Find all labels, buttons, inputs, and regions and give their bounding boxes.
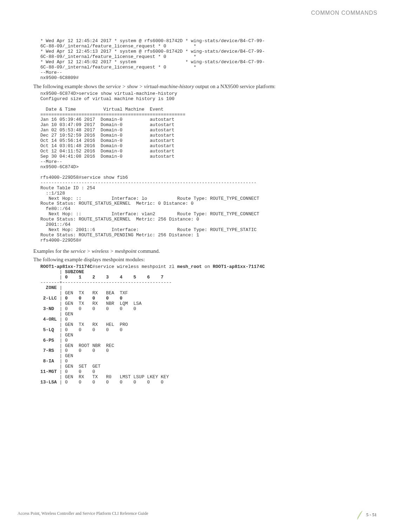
b3-l17b: 7-RS: [43, 348, 54, 353]
b3-l15b: 6-PS: [43, 338, 54, 343]
b3-l7a: [40, 296, 43, 301]
b3-l10: | GEN: [40, 311, 73, 317]
b3-l14: | GEN: [40, 333, 73, 338]
b3-l11b: 4-ORL: [43, 317, 57, 322]
b3-l23c: | 0 0 0 0 0 0 0 0: [57, 380, 163, 385]
b3-l19b: 8-IA: [43, 359, 54, 364]
code-block-3: ROOT1-ap81xx-71174C#service wireless mes…: [40, 264, 377, 385]
b3-l22: | GEN RX TX R0 LMST LSUP LKEY KEY: [40, 374, 169, 380]
b3-l13b: 5-LQ: [43, 327, 54, 333]
para2-emphasis: service > wireless > meshpoint: [71, 248, 136, 254]
page-footer: Access Point, Wireless Controller and Se…: [18, 511, 377, 521]
code-block-2: nx9500-6C874D>service show virtual-machi…: [40, 91, 377, 243]
page-badge: 5 - 51: [346, 511, 377, 520]
b3-l20: | GEN SET GET: [40, 364, 101, 369]
b3-l3a: |: [40, 275, 65, 280]
b3-l7b: 2-LLC: [43, 296, 57, 301]
b3-l9b: 3-ND: [43, 306, 54, 311]
b3-l15c: | 0: [54, 338, 68, 343]
b3-l13c: | 0 0 0 0 0: [54, 327, 122, 333]
b3-l2b: SUBZONE: [65, 269, 84, 275]
b3-l16: | GEN ROOT NBR REC: [40, 343, 114, 348]
b3-b1: mesh_root: [177, 264, 202, 269]
b3-l15a: [40, 338, 43, 343]
para2-before: Examples for the: [33, 248, 71, 254]
b3-l11c: | 0: [57, 317, 68, 322]
para2-after: command.: [136, 248, 160, 254]
para1-before: The following example shows the: [33, 84, 106, 89]
b3-l21c: | 0 0 0: [57, 369, 95, 374]
main-content: * Wed Apr 12 12:45:24 2017 * system @ rf…: [40, 39, 377, 387]
b3-l11a: [40, 317, 43, 322]
b3-l21b: 11-MGT: [40, 369, 57, 374]
b3-l18: | GEN: [40, 353, 73, 359]
b3-l17a: [40, 348, 43, 353]
b3-l7c: |: [57, 296, 65, 301]
b3-l19a: [40, 359, 43, 364]
paragraph-3: The following example displays meshpoint…: [33, 256, 377, 263]
b3-l19c: | 0: [54, 359, 68, 364]
code-block-1: * Wed Apr 12 12:45:24 2017 * system @ rf…: [40, 39, 377, 81]
b3-l5a: [40, 285, 46, 290]
b3-l23b: 13-LSA: [40, 380, 57, 385]
b3-l2a: |: [40, 269, 65, 275]
b3-l4: -------+--------------------------------…: [40, 280, 172, 285]
b3-pre1: ROOT1-ap81xx-71174C: [40, 264, 92, 269]
b3-mid2: on: [202, 264, 213, 269]
b3-l5b: ZONE: [46, 285, 57, 290]
b3-l17c: | 0 0 0 0: [54, 348, 109, 353]
page-number: 5 - 51: [366, 512, 377, 518]
b3-l5c: |: [57, 285, 62, 290]
b3-l9c: | 0 0 0 0 0 0: [54, 306, 136, 311]
b3-l12: | GEN TX RX HEL PRO: [40, 322, 128, 327]
b3-l8: | GEN TX RX NBR LQM LSA: [40, 301, 142, 306]
para1-emphasis: service > show > virtual-machine-history: [106, 84, 194, 89]
paragraph-2: Examples for the service > wireless > me…: [33, 248, 377, 255]
b3-l3b: 0 1 2 3 4 5 6 7: [65, 275, 163, 280]
b3-b2: ROOT1-ap81xx-71174C: [213, 264, 265, 269]
b3-l9a: [40, 306, 43, 311]
b3-l7d: 0 0 0 0 0: [65, 296, 122, 301]
page-header: COMMON COMMANDS: [311, 10, 377, 16]
paragraph-1: The following example shows the service …: [33, 83, 377, 90]
para1-after: output on a NX9500 service platform:: [194, 84, 275, 89]
b3-l6: | GEN TX RX BEA TXF: [40, 290, 128, 296]
b3-mid1: #service wireless meshpoint zl: [92, 264, 177, 269]
b3-l13a: [40, 327, 43, 333]
footer-text: Access Point, Wireless Controller and Se…: [18, 511, 148, 516]
